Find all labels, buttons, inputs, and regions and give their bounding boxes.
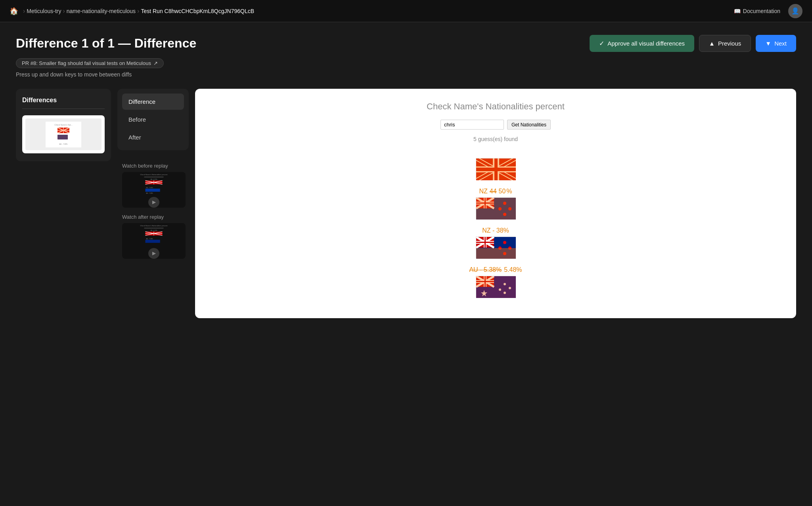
svg-rect-7 bbox=[57, 128, 69, 133]
next-label: Next bbox=[774, 40, 787, 47]
svg-rect-9 bbox=[57, 135, 68, 139]
breadcrumb-project[interactable]: name-nationality-meticulous bbox=[67, 8, 136, 14]
gb-label: GB - 8.70% bbox=[479, 149, 512, 156]
docs-label: Documentation bbox=[743, 8, 780, 14]
after-replay-svg: Check Name's Nationalities percent GB - … bbox=[134, 223, 174, 246]
after-replay-thumbnail[interactable]: Check Name's Nationalities percent GB - … bbox=[122, 223, 186, 259]
svg-text:AU - 7.39%: AU - 7.39% bbox=[59, 143, 68, 145]
approve-label: Approve all visual differences bbox=[607, 40, 685, 47]
svg-rect-43 bbox=[476, 158, 516, 180]
nz-flag-svg bbox=[476, 198, 516, 220]
breadcrumb-sep-3: › bbox=[137, 8, 139, 15]
svg-rect-33 bbox=[145, 240, 160, 243]
middle-column: Difference Before After Watch before rep… bbox=[117, 89, 195, 259]
sidebar-title: Differences bbox=[22, 97, 105, 104]
nationality-gb: GB - 8.70% bbox=[265, 149, 726, 180]
svg-text:GB - 8.70%: GB - 8.70% bbox=[150, 230, 157, 231]
breadcrumb-sep-2: › bbox=[63, 8, 65, 15]
docs-link[interactable]: 📖 Documentation bbox=[734, 8, 780, 14]
top-nav: 🏠 › Meticulous-try › name-nationality-me… bbox=[0, 0, 812, 22]
nz-label-prefix: NZ bbox=[479, 188, 487, 195]
tab-after[interactable]: After bbox=[122, 129, 184, 145]
breadcrumb-sep-1: › bbox=[23, 8, 25, 15]
svg-rect-64 bbox=[476, 242, 494, 243]
app-main-title: Check Name's Nationalities percent bbox=[427, 101, 565, 112]
watch-before-label: Watch before replay bbox=[122, 163, 195, 169]
gb-flag bbox=[476, 158, 515, 180]
watch-after-label: Watch after replay bbox=[122, 214, 195, 220]
before-replay-inner: Check Name's Nationalities percent GB - … bbox=[122, 172, 186, 208]
breadcrumb-testrun: Test Run C8hwcCHCbpKmL8QcgJN796QLcB bbox=[141, 8, 254, 14]
after-play-icon[interactable]: ▶ bbox=[148, 248, 159, 259]
after-replay-inner: Check Name's Nationalities percent GB - … bbox=[122, 223, 186, 259]
pr-badge[interactable]: PR #8: Smaller flag should fail visual t… bbox=[16, 58, 164, 68]
diff-thumbnail-image: Check Name's Nat... AU - 7.39% bbox=[25, 118, 102, 150]
docs-icon: 📖 bbox=[734, 8, 741, 14]
nz-percent: % bbox=[506, 188, 512, 195]
svg-rect-13 bbox=[144, 177, 164, 178]
guesses-found-text: 5 guess(es) found bbox=[473, 136, 518, 142]
svg-rect-56 bbox=[476, 198, 516, 220]
name-input[interactable] bbox=[440, 120, 504, 130]
search-row: Get Nationalities bbox=[440, 120, 551, 130]
nationality-nz2: NZ - 38% bbox=[265, 227, 726, 258]
svg-point-65 bbox=[503, 241, 506, 244]
prev-label: Previous bbox=[718, 40, 741, 47]
before-replay-thumbnail[interactable]: Check Name's Nationalities percent GB - … bbox=[122, 172, 186, 208]
tab-before[interactable]: Before bbox=[122, 111, 184, 128]
breadcrumb-meticulous[interactable]: Meticulous-try bbox=[27, 8, 61, 14]
nz-flag bbox=[476, 197, 515, 219]
nz-diff-label: NZ 44 50 % bbox=[479, 188, 512, 195]
diff-thumbnail-card[interactable]: Check Name's Nat... AU - 7.39% bbox=[22, 115, 105, 153]
main-content: Difference 1 of 1 — Difference ✓ Approve… bbox=[0, 22, 812, 331]
nationality-au: AU - 5.38% 5.48% bbox=[265, 266, 726, 298]
gb-flag-svg bbox=[476, 158, 516, 180]
differences-sidebar: Differences Check Name's Nat... bbox=[16, 89, 111, 161]
nz-before-value: 44 bbox=[490, 188, 497, 195]
tabs-panel: Difference Before After bbox=[117, 89, 189, 150]
next-icon: ▼ bbox=[765, 40, 771, 47]
approve-icon: ✓ bbox=[599, 40, 604, 47]
app-content: Check Name's Nationalities percent Get N… bbox=[195, 89, 796, 318]
user-avatar[interactable]: 👤 bbox=[788, 4, 802, 18]
home-icon[interactable]: 🏠 bbox=[10, 7, 18, 15]
au-flag bbox=[476, 276, 515, 298]
tab-difference[interactable]: Difference bbox=[122, 94, 184, 110]
svg-rect-25 bbox=[144, 228, 164, 229]
nav-right: 📖 Documentation 👤 bbox=[734, 4, 802, 18]
nationality-nz1: NZ 44 50 % bbox=[265, 188, 726, 219]
thumbnail-svg: Check Name's Nat... AU - 7.39% bbox=[46, 122, 81, 147]
au-before-label: AU - 5.38% bbox=[469, 266, 502, 273]
nz-after-value: 50 bbox=[499, 188, 506, 195]
replay-sections: Watch before replay Check Name's Nationa… bbox=[117, 150, 195, 259]
previous-button[interactable]: ▲ Previous bbox=[699, 35, 751, 52]
au-flag-svg bbox=[476, 276, 516, 298]
hint-text: Press up and down keys to move between d… bbox=[16, 71, 796, 78]
header-row: Difference 1 of 1 — Difference ✓ Approve… bbox=[16, 35, 796, 52]
svg-rect-21 bbox=[145, 189, 160, 192]
svg-text:NZ - 7.50%: NZ - 7.50% bbox=[146, 187, 153, 189]
nz2-label: NZ - 38% bbox=[482, 227, 509, 234]
header-actions: ✓ Approve all visual differences ▲ Previ… bbox=[590, 35, 796, 52]
before-play-icon[interactable]: ▶ bbox=[148, 197, 159, 208]
svg-text:Check Name's Nationalities per: Check Name's Nationalities percent bbox=[140, 174, 168, 176]
au-diff-label: AU - 5.38% 5.48% bbox=[469, 266, 522, 273]
layout-grid: Differences Check Name's Nat... bbox=[16, 89, 796, 318]
sidebar-divider bbox=[22, 109, 105, 109]
approve-button[interactable]: ✓ Approve all visual differences bbox=[590, 35, 694, 52]
external-link-icon: ↗ bbox=[153, 60, 158, 66]
svg-text:AU - 7.39%: AU - 7.39% bbox=[146, 193, 153, 194]
svg-text:GB - 8.70%: GB - 8.70% bbox=[150, 179, 157, 180]
prev-icon: ▲ bbox=[709, 40, 715, 47]
svg-text:AU - 7.39%: AU - 7.39% bbox=[146, 238, 153, 240]
next-button[interactable]: ▼ Next bbox=[756, 35, 796, 52]
svg-rect-69 bbox=[476, 248, 516, 259]
svg-rect-83 bbox=[476, 276, 516, 298]
get-nationalities-button[interactable]: Get Nationalities bbox=[507, 120, 551, 130]
au-after-label: 5.48% bbox=[504, 266, 522, 273]
pr-badge-text: PR #8: Smaller flag should fail visual t… bbox=[22, 60, 151, 66]
page-title: Difference 1 of 1 — Difference bbox=[16, 36, 196, 51]
before-replay-svg: Check Name's Nationalities percent GB - … bbox=[134, 172, 174, 195]
main-view-area: Check Name's Nationalities percent Get N… bbox=[195, 89, 796, 318]
svg-text:Check Name's Nat...: Check Name's Nat... bbox=[54, 124, 73, 126]
